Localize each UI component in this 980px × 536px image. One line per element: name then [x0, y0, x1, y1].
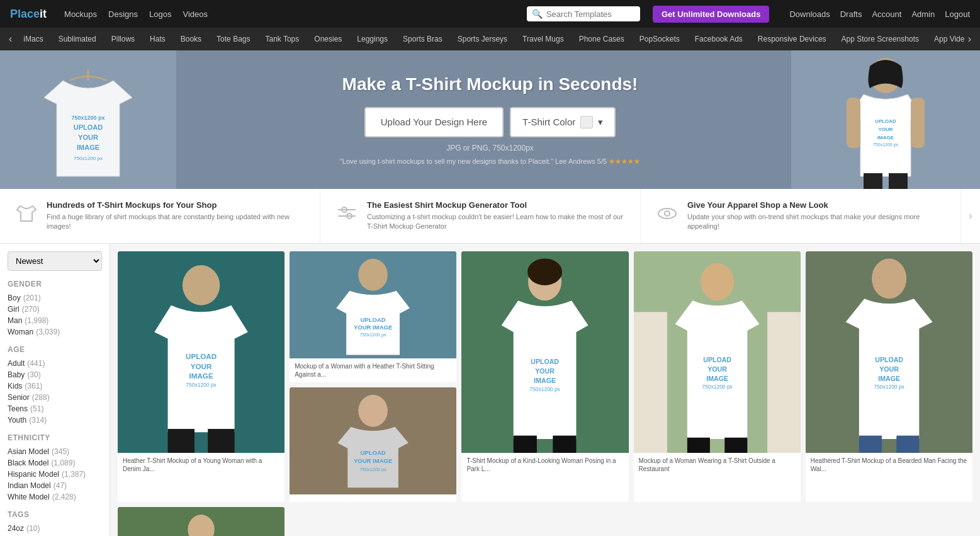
logo[interactable]: Placeit: [10, 8, 47, 21]
cat-popsockets[interactable]: PopSockets: [632, 28, 687, 50]
filter-teens[interactable]: Teens (51): [8, 403, 102, 414]
cat-onesies[interactable]: Onesies: [307, 28, 349, 50]
upload-design-button[interactable]: Upload Your Design Here: [364, 107, 504, 137]
logo-it: it: [40, 8, 47, 20]
filter-tags-title: Tags: [8, 510, 102, 519]
filter-girl[interactable]: Girl (270): [8, 304, 102, 315]
cat-app-videos[interactable]: App Videos: [926, 28, 964, 50]
grid-label-1: Heather T-Shirt Mockup of a Young Woman …: [118, 453, 284, 477]
filter-senior[interactable]: Senior (288): [8, 392, 102, 403]
grid-item-7[interactable]: UPLOAD YOUR IMAGE 750x1200 px: [118, 507, 284, 536]
mockup-image-1: UPLOAD YOUR IMAGE 750x1200 px: [118, 251, 284, 453]
svg-text:UPLOAD: UPLOAD: [186, 351, 217, 360]
filter-hispanic[interactable]: Hispanic Model (1,387): [8, 469, 102, 480]
svg-rect-59: [859, 435, 882, 452]
tshirt-color-button[interactable]: T-Shirt Color ▾: [510, 107, 616, 137]
filter-man[interactable]: Man (1,998): [8, 315, 102, 326]
cat-tank-tops[interactable]: Tank Tops: [257, 28, 307, 50]
cat-books[interactable]: Books: [173, 28, 209, 50]
search-bar: 🔍: [527, 6, 640, 21]
filter-white[interactable]: White Model (2,428): [8, 491, 102, 503]
cat-sports-jerseys[interactable]: Sports Jerseys: [450, 28, 515, 50]
filter-adult[interactable]: Adult (441): [8, 358, 102, 369]
nav-videos[interactable]: Videos: [183, 9, 208, 19]
cat-tote-bags[interactable]: Tote Bags: [209, 28, 257, 50]
filter-ethnicity: Ethnicity Asian Model (345) Black Model …: [8, 433, 102, 503]
grid-item-1[interactable]: UPLOAD YOUR IMAGE 750x1200 px Heather T-…: [118, 251, 284, 502]
cat-responsive-devices[interactable]: Responsive Devices: [750, 28, 834, 50]
info-item-hundreds: Hundreds of T-Shirt Mockups for Your Sho…: [0, 189, 320, 243]
nav-mockups[interactable]: Mockups: [64, 9, 97, 19]
hero-quote: "Love using t-shirt mockups to sell my n…: [340, 157, 640, 166]
cat-next-arrow[interactable]: ›: [964, 33, 975, 45]
info-title-apparel: Give Your Apparel Shop a New Look: [687, 200, 945, 210]
grid-item-2[interactable]: UPLOAD YOUR IMAGE 750x1200 px Mockup of …: [290, 251, 456, 382]
svg-rect-27: [168, 429, 194, 453]
sort-select[interactable]: Newest Oldest Popular: [8, 251, 102, 271]
filter-black[interactable]: Black Model (1,089): [8, 457, 102, 469]
cat-imacs[interactable]: iMacs: [16, 28, 50, 50]
mockup-image-3: UPLOAD YOUR IMAGE 750x1200 px: [461, 251, 628, 453]
cat-prev-arrow[interactable]: ‹: [5, 33, 16, 45]
mockup-image-7: UPLOAD YOUR IMAGE 750x1200 px: [118, 507, 284, 536]
svg-text:IMAGE: IMAGE: [878, 374, 900, 382]
cat-leggings[interactable]: Leggings: [349, 28, 395, 50]
info-item-easiest: The Easiest Shirt Mockup Generator Tool …: [320, 189, 641, 243]
svg-point-46: [701, 263, 734, 300]
svg-point-54: [872, 258, 906, 299]
cat-app-store[interactable]: App Store Screenshots: [834, 28, 926, 50]
cat-hats[interactable]: Hats: [142, 28, 173, 50]
cat-facebook-ads[interactable]: Facebook Ads: [687, 28, 750, 50]
svg-rect-45: [767, 312, 801, 453]
cat-pillows[interactable]: Pillows: [104, 28, 142, 50]
hero-actions: Upload Your Design Here T-Shirt Color ▾: [340, 107, 640, 137]
grid-item-5[interactable]: UPLOAD YOUR IMAGE 750x1200 px Heathered …: [806, 251, 972, 502]
svg-text:750x1200 px: 750x1200 px: [530, 385, 561, 392]
info-strip: Hundreds of T-Shirt Mockups for Your Sho…: [0, 189, 980, 244]
grid-item-6[interactable]: UPLOAD YOUR IMAGE 750x1200 px: [290, 387, 456, 502]
grid-img-3: UPLOAD YOUR IMAGE 750x1200 px: [461, 251, 628, 453]
svg-text:YOUR: YOUR: [78, 134, 98, 141]
filter-gender: Gender Boy (201) Girl (270) Man (1,998) …: [8, 280, 102, 338]
svg-text:750x1200 px: 750x1200 px: [873, 142, 899, 147]
filter-boy[interactable]: Boy (201): [8, 292, 102, 304]
svg-rect-12: [847, 98, 860, 148]
account-link[interactable]: Account: [872, 9, 901, 19]
svg-point-19: [658, 208, 676, 219]
filter-baby[interactable]: Baby (30): [8, 369, 102, 380]
filter-age: Age Adult (441) Baby (30) Kids (361) Sen…: [8, 345, 102, 426]
cat-travel-mugs[interactable]: Travel Mugs: [515, 28, 572, 50]
hero-center: Make a T-Shirt Mockup in Seconds! Upload…: [340, 74, 640, 166]
filter-youth[interactable]: Youth (314): [8, 414, 102, 426]
filter-woman[interactable]: Woman (3,039): [8, 326, 102, 338]
info-text-apparel: Give Your Apparel Shop a New Look Update…: [687, 200, 945, 232]
svg-rect-42: [553, 435, 577, 452]
drafts-link[interactable]: Drafts: [840, 9, 862, 19]
svg-text:750x1200 px: 750x1200 px: [702, 384, 733, 390]
cat-sublimated[interactable]: Sublimated: [51, 28, 104, 50]
filter-24oz[interactable]: 24oz (10): [8, 523, 102, 534]
downloads-link[interactable]: Downloads: [789, 9, 830, 19]
nav-logos[interactable]: Logos: [149, 9, 171, 19]
admin-link[interactable]: Admin: [911, 9, 935, 19]
grid-label-5: Heathered T-Shirt Mockup of a Bearded Ma…: [806, 453, 972, 477]
cat-phone-cases[interactable]: Phone Cases: [572, 28, 632, 50]
info-next-arrow[interactable]: ›: [961, 198, 980, 234]
shirt-icon: [15, 202, 38, 229]
svg-text:UPLOAD: UPLOAD: [361, 449, 386, 456]
grid-item-3[interactable]: UPLOAD YOUR IMAGE 750x1200 px T-Shirt Mo…: [461, 251, 628, 502]
filter-kids[interactable]: Kids (361): [8, 380, 102, 392]
sliders-icon: [335, 202, 358, 229]
svg-text:750x1200 px: 750x1200 px: [360, 467, 387, 472]
color-btn-label: T-Shirt Color: [522, 117, 575, 127]
grid-item-4[interactable]: UPLOAD YOUR IMAGE 750x1200 px Mockup of …: [634, 251, 801, 502]
filter-indian[interactable]: Indian Model (47): [8, 480, 102, 491]
filter-asian[interactable]: Asian Model (345): [8, 446, 102, 457]
logout-link[interactable]: Logout: [945, 9, 970, 19]
nav-designs[interactable]: Designs: [108, 9, 138, 19]
svg-rect-44: [634, 312, 667, 453]
cat-sports-bras[interactable]: Sports Bras: [395, 28, 450, 50]
unlimited-downloads-button[interactable]: Get Unlimited Downloads: [653, 6, 769, 23]
main-content: Newest Oldest Popular Gender Boy (201) G…: [0, 244, 980, 536]
search-input[interactable]: [546, 9, 634, 19]
